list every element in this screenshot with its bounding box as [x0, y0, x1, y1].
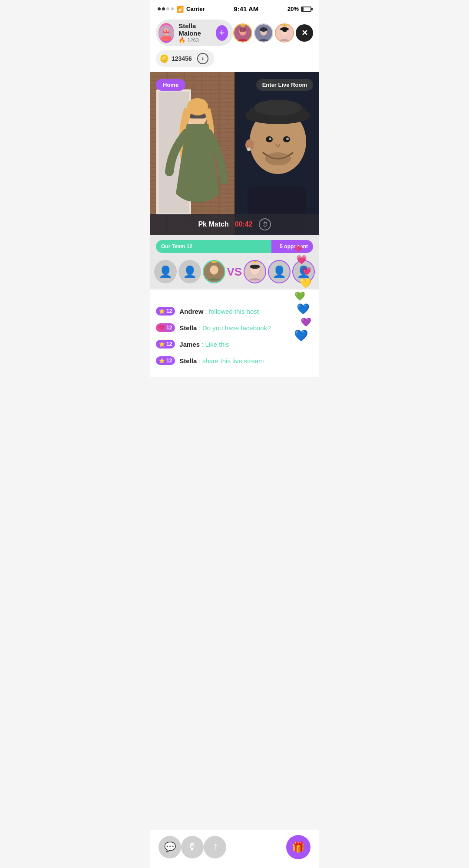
pk-timer: 00:42	[235, 220, 253, 228]
pk-match-label: Pk Match	[198, 220, 228, 228]
comp-avatar-4-active[interactable]: 👑	[244, 260, 266, 283]
live-panel-right: Enter Live Room	[234, 72, 319, 235]
comp-avatar-2[interactable]: 👤	[178, 260, 201, 283]
person-icon-1: 👤	[159, 265, 172, 279]
svg-rect-2	[161, 36, 172, 41]
mini-avatar-3[interactable]: 👑	[275, 23, 294, 43]
vs-badge: VS	[227, 265, 242, 279]
chat-message-1: Andrew : followed this host	[179, 308, 259, 315]
chat-section: ⭐ 12 Andrew : followed this host 💗 12 St…	[150, 298, 319, 377]
chat-name-2: Stella	[179, 324, 197, 332]
enter-live-room-button[interactable]: Enter Live Room	[256, 79, 313, 91]
add-icon: +	[219, 27, 225, 39]
crown-icon-3: 👑	[281, 23, 288, 27]
level-badge-1: ⭐ 12	[156, 307, 175, 316]
svg-point-35	[286, 138, 289, 140]
pk-clock-icon: ⏱	[259, 218, 271, 230]
chat-name-1: Andrew	[179, 308, 203, 315]
heart-float-3: 💗	[302, 266, 311, 276]
chat-message-4: Stella : share this live stream	[179, 357, 264, 365]
live-panel-left: Home	[150, 72, 234, 235]
comp-avatar-5[interactable]: 👤	[268, 260, 291, 283]
person-icon-5: 👤	[272, 265, 286, 279]
status-right: 20%	[287, 6, 311, 12]
battery-percent: 20%	[287, 6, 299, 12]
battery-fill	[302, 7, 304, 11]
svg-rect-8	[240, 28, 246, 32]
svg-point-11	[260, 27, 268, 32]
status-left: 📶 Carrier	[158, 6, 205, 13]
svg-point-4	[164, 30, 166, 32]
svg-point-31	[254, 100, 302, 115]
heart-float-8: 💙	[294, 329, 308, 342]
signal-dot-4	[171, 7, 174, 10]
chat-content-1: : followed this host	[203, 308, 259, 315]
chat-name-4: Stella	[179, 357, 197, 365]
man-background	[234, 72, 319, 235]
profile-card[interactable]: Stella Malone 🔥 1263 +	[156, 20, 233, 46]
chat-item-3: ⭐ 12 James : Like this	[156, 340, 313, 349]
battery-icon	[301, 7, 311, 12]
level-badge-3: ⭐ 12	[156, 340, 175, 349]
signal-dot-1	[158, 7, 161, 10]
coin-icon: 🪙	[159, 54, 169, 63]
chat-item-1: ⭐ 12 Andrew : followed this host	[156, 307, 313, 316]
star-icon-3: ⭐	[159, 342, 165, 347]
avatar	[159, 23, 174, 43]
svg-point-44	[250, 265, 260, 269]
star-icon-4: ⭐	[159, 358, 165, 364]
level-number-2: 12	[166, 325, 172, 331]
mini-avatar-1[interactable]: 👑	[233, 23, 252, 43]
svg-point-34	[269, 138, 271, 140]
arrow-icon: ›	[201, 55, 204, 62]
chat-name-3: James	[179, 341, 200, 348]
profile-info: Stella Malone 🔥 1263	[178, 22, 211, 43]
profile-section: Stella Malone 🔥 1263 + 👑	[150, 15, 319, 50]
svg-point-41	[210, 266, 218, 275]
wifi-icon: 📶	[176, 6, 184, 13]
mini-avatar-2[interactable]	[254, 23, 273, 43]
bottom-spacer	[150, 377, 319, 421]
comp-avatar-3-active[interactable]: 👑	[203, 260, 225, 283]
live-section: Home	[150, 72, 319, 235]
level-badge-4: ⭐ 12	[156, 356, 175, 365]
avatars-row: 👑 👑	[233, 23, 313, 43]
flame-icon: 🔥	[178, 37, 185, 43]
status-time: 9:41 AM	[234, 5, 258, 13]
level-number-1: 12	[166, 308, 172, 314]
crown-teal-icon: 👑	[211, 260, 218, 263]
signal-dot-3	[166, 7, 169, 10]
chat-item-4: ⭐ 12 Stella : share this live stream	[156, 356, 313, 365]
heart-float-7: 💜	[301, 317, 311, 327]
coins-badge[interactable]: 🪙 123456 ›	[156, 50, 215, 67]
add-button[interactable]: +	[216, 25, 228, 41]
chat-content-3: : Like this	[200, 341, 229, 348]
heart-float-4: 💛	[300, 278, 311, 289]
heart-icon-2: 💗	[159, 325, 165, 331]
hearts-float: 💗 💗 💗 💛 💚 💙 💜 💙	[294, 244, 311, 342]
svg-point-5	[167, 30, 169, 32]
svg-point-36	[265, 152, 291, 165]
chat-item-2: 💗 12 Stella : Do you have facebook?	[156, 323, 313, 332]
close-button[interactable]: ✕	[296, 24, 313, 42]
chat-content-4: : share this live stream	[197, 357, 264, 365]
comp-avatar-1[interactable]: 👤	[154, 260, 177, 283]
signal-dot-2	[162, 7, 165, 10]
profile-flame: 🔥 1263	[178, 37, 211, 43]
coins-arrow[interactable]: ›	[197, 53, 208, 64]
chat-message-2: Stella : Do you have facebook?	[179, 324, 271, 332]
svg-point-38	[247, 148, 251, 151]
coin-value: 123456	[172, 55, 192, 62]
heart-float-6: 💙	[297, 303, 310, 315]
chat-message-3: James : Like this	[179, 341, 229, 348]
home-badge[interactable]: Home	[156, 79, 185, 91]
team-left-bar: Our Team 12	[156, 240, 271, 253]
heart-float-5: 💚	[294, 291, 305, 301]
heart-float-2: 💗	[296, 254, 307, 265]
pk-match-bar: Pk Match 00:42 ⏱	[150, 214, 319, 235]
flame-score: 1263	[187, 37, 199, 43]
chat-content-2: : Do you have facebook?	[197, 324, 271, 332]
crown-red-icon: 👑	[251, 260, 258, 263]
carrier-label: Carrier	[186, 6, 205, 12]
level-number-3: 12	[166, 341, 172, 347]
